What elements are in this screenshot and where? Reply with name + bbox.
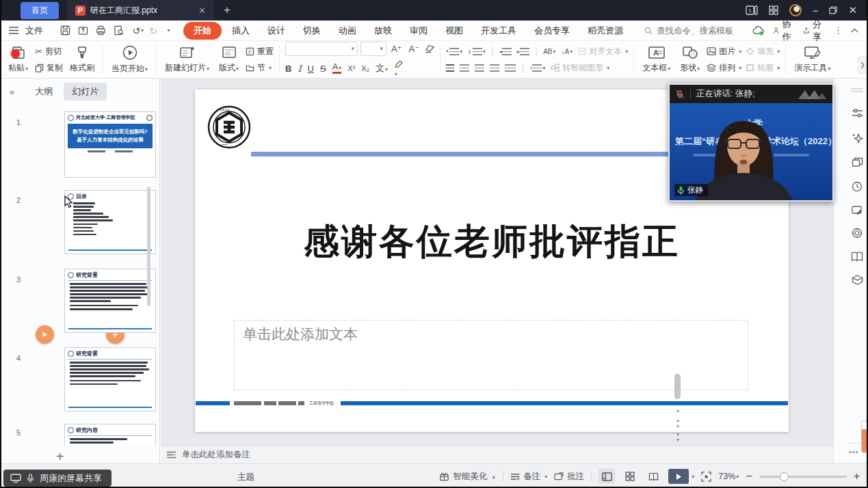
format-painter-button[interactable]: 格式刷: [67, 44, 97, 75]
menu-insert[interactable]: 插入: [226, 22, 256, 40]
slide-thumbnail-5[interactable]: 研究内容: [64, 424, 156, 446]
clock-help-icon[interactable]: [850, 180, 864, 193]
slide-sorter-view-button[interactable]: [622, 469, 638, 484]
panel-drag-handle[interactable]: [851, 88, 863, 90]
textbox-button[interactable]: A 文本框▾: [640, 44, 673, 75]
collaborate-button[interactable]: 协作: [773, 18, 795, 43]
distribute-icon[interactable]: [505, 64, 516, 72]
zoom-in-button[interactable]: +: [854, 470, 860, 483]
search-input[interactable]: [657, 26, 752, 36]
fit-slide-icon[interactable]: [701, 472, 711, 482]
play-from-current-button[interactable]: 当页开始▾: [109, 43, 150, 76]
save-icon[interactable]: [60, 25, 71, 37]
previous-slide-icon[interactable]: ▴▴: [674, 418, 682, 429]
menu-member[interactable]: 会员专享: [528, 22, 576, 40]
bold-button[interactable]: B: [285, 64, 291, 74]
print-icon[interactable]: [96, 25, 107, 37]
speaker-video[interactable]: 大学 第二届“研在工 学术论坛（2022） 张静: [670, 103, 832, 200]
normal-view-button[interactable]: [599, 469, 615, 484]
screen-share-banner[interactable]: 周康的屏幕共享: [3, 470, 111, 487]
align-text-button[interactable]: 对齐文本▾: [578, 46, 628, 57]
panel-scroll-indicator[interactable]: [861, 420, 867, 453]
notes-bar[interactable]: 单击此处添加备注: [161, 446, 833, 463]
italic-button[interactable]: I: [298, 64, 301, 74]
superscript-button[interactable]: X²: [347, 64, 355, 72]
subscript-button[interactable]: X₂: [361, 64, 369, 72]
picture-button[interactable]: 图片▾: [707, 46, 741, 57]
font-family-select[interactable]: ▾: [285, 42, 358, 56]
panel-more-icon[interactable]: •••: [849, 448, 859, 456]
cut-button[interactable]: ✂剪切: [35, 46, 63, 57]
zoom-slider[interactable]: [759, 476, 847, 478]
meeting-overlay[interactable]: 正在讲话: 张静; 大学 第二届“研在工 学术论坛（2022）: [668, 83, 834, 202]
align-right-icon[interactable]: [475, 64, 484, 72]
menu-slideshow[interactable]: 放映: [368, 22, 398, 40]
highlight-button[interactable]: ▾: [394, 59, 404, 78]
numbering-button[interactable]: 1▾: [468, 48, 485, 55]
print-preview-icon[interactable]: [114, 25, 124, 37]
new-tab-button[interactable]: +: [224, 3, 231, 17]
play-slide-button[interactable]: [36, 325, 54, 344]
close-window-button[interactable]: ✕: [848, 4, 857, 16]
decrease-font-button[interactable]: A⁻: [407, 44, 422, 54]
book-icon[interactable]: [850, 249, 864, 263]
align-center-icon[interactable]: [460, 64, 469, 72]
increase-indent-button[interactable]: ▸: [517, 48, 529, 55]
fill-button[interactable]: 填充▾: [746, 46, 780, 57]
decrease-indent-button[interactable]: ◂: [499, 48, 512, 55]
section-button[interactable]: 节▾: [246, 62, 274, 74]
menu-view[interactable]: 视图: [439, 22, 469, 40]
signature-card-icon[interactable]: [850, 203, 864, 217]
tab-list-icon[interactable]: 1: [746, 5, 758, 15]
shapes-button[interactable]: 形状▾: [677, 44, 702, 75]
share-button[interactable]: 分享: [803, 18, 826, 43]
home-tab[interactable]: 首页: [21, 2, 59, 19]
slide-title-text[interactable]: 感谢各位老师批评指正: [195, 218, 789, 266]
slide-thumbnail-2[interactable]: 目录: [64, 190, 156, 254]
slide-thumbnail-4[interactable]: 研究背景: [64, 347, 156, 411]
hamburger-menu-icon[interactable]: [8, 25, 19, 37]
zoom-level-button[interactable]: 73%▾: [718, 472, 739, 481]
menu-file[interactable]: 文件: [19, 22, 49, 40]
menu-animation[interactable]: 动画: [332, 22, 363, 40]
layout-button[interactable]: 版式▾: [216, 44, 241, 75]
slide-thumbnail-1[interactable]: 河北经贸大学·工商管理学院 数字化促进制造企业双元创新吗? 基于人力资本结构优化…: [64, 111, 156, 178]
scroll-down-icon[interactable]: ▾: [674, 409, 682, 414]
seal-badge-icon[interactable]: [850, 226, 864, 240]
menu-docer[interactable]: 稻壳资源: [581, 22, 629, 40]
properties-sliders-icon[interactable]: [850, 106, 864, 120]
sidebar-scrollbar[interactable]: [147, 187, 150, 306]
collapse-ribbon-icon[interactable]: [851, 28, 858, 33]
collapse-panel-icon[interactable]: «: [10, 87, 14, 97]
smart-beautify-icon[interactable]: [850, 131, 864, 144]
redo-icon[interactable]: ↻: [148, 25, 159, 37]
menu-home[interactable]: 开始: [183, 22, 222, 40]
close-tab-icon[interactable]: ✕: [198, 5, 206, 16]
notes-toggle-button[interactable]: 备注▾: [510, 471, 547, 483]
underline-button[interactable]: U: [308, 64, 314, 74]
tab-outline[interactable]: 大纲: [27, 83, 61, 100]
restore-button[interactable]: [829, 6, 837, 14]
align-left-icon[interactable]: [446, 64, 454, 72]
menu-devtools[interactable]: 开发工具: [475, 22, 523, 40]
body-text-placeholder[interactable]: 单击此处添加文本: [234, 320, 748, 390]
slide-copy-icon[interactable]: [850, 155, 864, 169]
comments-button[interactable]: 批注: [554, 471, 584, 483]
slideshow-play-button[interactable]: ▾: [668, 469, 694, 484]
workspace-grid-icon[interactable]: [769, 5, 778, 15]
bullets-button[interactable]: •▾: [446, 48, 462, 55]
smart-beautify-button[interactable]: 智能美化▲: [439, 471, 496, 483]
user-avatar[interactable]: [789, 4, 802, 16]
slide-thumbnail-3[interactable]: 研究背景: [64, 269, 156, 333]
command-search[interactable]: [644, 26, 752, 36]
copy-button[interactable]: 复制: [35, 62, 63, 74]
scrollbar-thumb[interactable]: [674, 374, 681, 399]
tab-slides[interactable]: 幻灯片: [64, 83, 107, 100]
reset-button[interactable]: 重置: [246, 46, 274, 57]
increase-font-button[interactable]: A⁺: [389, 44, 404, 54]
more-menu-icon[interactable]: ⋮: [834, 25, 843, 36]
quickbar-customize-icon[interactable]: ▾: [163, 25, 174, 37]
menu-design[interactable]: 设计: [261, 22, 291, 40]
justify-icon[interactable]: [490, 64, 499, 72]
paste-button[interactable]: 粘贴▾: [5, 44, 31, 75]
